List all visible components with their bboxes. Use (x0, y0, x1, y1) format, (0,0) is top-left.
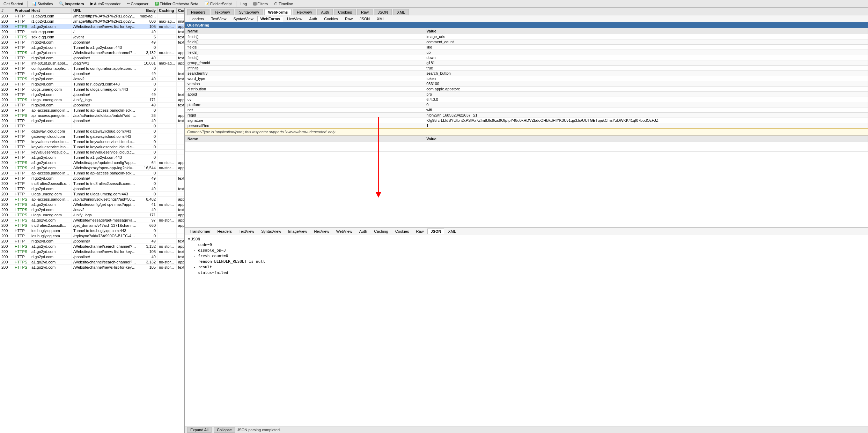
traffic-row[interactable]: 200 HTTPS a1.go2yd.com /Website/channel/… (0, 50, 184, 55)
traffic-row[interactable]: 200 HTTPS api-access.pangolin... /api/ad… (0, 197, 184, 202)
inspector-tab-cookies[interactable]: Cookies (334, 9, 356, 15)
qs-row[interactable]: personalRec 1 (185, 123, 868, 128)
traffic-row[interactable]: 200 HTTPS ulogs.umeng.com /unify_logs 17… (0, 212, 184, 218)
request-subtab-webforms[interactable]: WebForms (257, 16, 284, 22)
statistics-btn[interactable]: 📊 Statistics (30, 1, 55, 6)
traffic-row[interactable]: 200 HTTP sdk.e.qq.com / 49 text/plain; (0, 29, 184, 35)
traffic-row[interactable]: 200 HTTP ios.bugly.qq.com Tunnel to ios.… (0, 228, 184, 233)
traffic-row[interactable]: 200 HTTP api-access.pangolin-sdk-toutiao… (0, 171, 184, 176)
response-tab-textview[interactable]: TextView (236, 229, 257, 234)
traffic-row[interactable]: 200 HTTPS rl.go2yd.com /ios/v2 49 text/p… (0, 207, 184, 212)
qs-row[interactable]: fields[] like (185, 45, 868, 50)
traffic-row[interactable]: 200 HTTP keyvalueservice.icloud.com.cn T… (0, 139, 184, 144)
traffic-row[interactable]: 200 HTTP rl.go2yd.com /pbonline/ 49 text… (0, 55, 184, 61)
traffic-row[interactable]: 200 HTTP i1.go2yd.com /image/https%3A%2F… (0, 19, 184, 24)
response-tab-auth[interactable]: Auth (356, 229, 370, 234)
response-tab-webview[interactable]: WebView (333, 229, 355, 234)
inspector-tab-auth[interactable]: Auth (317, 9, 333, 15)
traffic-row[interactable]: 200 HTTP ios.bugly.qq.com /rqd/sync?aid=… (0, 233, 184, 239)
response-tab-headers[interactable]: Headers (214, 229, 235, 234)
traffic-row[interactable]: 200 HTTPS a1.go2yd.com /Website/channel/… (0, 260, 184, 265)
inspector-tab-syntaxview[interactable]: SyntaxView (235, 9, 263, 15)
qs-row[interactable]: platform 0 (185, 102, 868, 107)
traffic-row[interactable]: 200 HTTPS a1.go2yd.com /Website/channel/… (0, 24, 184, 29)
traffic-row[interactable]: 200 HTTP rl.go2yd.com /pbonline/ 49 text… (0, 71, 184, 76)
request-subtab-syntaxview[interactable]: SyntaxView (230, 16, 256, 22)
traffic-row[interactable]: 200 HTTPS a1.go2yd.com /Website/message/… (0, 218, 184, 223)
filters-btn[interactable]: ▤ Filters (251, 1, 270, 6)
request-subtab-hexview[interactable]: HexView (284, 16, 305, 22)
json-content[interactable]: ▼ JSON - code=0- disable_op=3- fresh_cou… (185, 235, 868, 433)
response-tab-transformer[interactable]: Transformer (186, 229, 214, 234)
composer-btn[interactable]: ✏ Composer (125, 1, 150, 6)
response-tab-caching[interactable]: Caching (371, 229, 391, 234)
traffic-list[interactable]: 200 HTTP i1.go2yd.com /image/https%3A%2F… (0, 14, 184, 433)
inspector-tab-xml[interactable]: XML (393, 9, 409, 15)
qs-row[interactable]: distribution com.apple.appstore (185, 87, 868, 92)
qs-row[interactable]: fields[] down (185, 55, 868, 60)
request-subtab-raw[interactable]: Raw (342, 16, 356, 22)
inspector-tab-webforms[interactable]: WebForms (264, 9, 292, 15)
inspector-tab-hexview[interactable]: HexView (293, 9, 316, 15)
collapse-btn[interactable]: Collapse (214, 427, 235, 433)
request-subtab-cookies[interactable]: Cookies (321, 16, 341, 22)
response-tab-imageview[interactable]: ImageView (285, 229, 310, 234)
json-collapse-icon[interactable]: ▼ (188, 237, 190, 242)
traffic-row[interactable]: 200 HTTP keyvalueservice.icloud.com.cn T… (0, 150, 184, 155)
response-tab-xml[interactable]: XML (445, 229, 459, 234)
qs-row[interactable]: appid pro (185, 92, 868, 97)
inspector-tab-json[interactable]: JSON (374, 9, 392, 15)
querystring-table-scroll[interactable]: Name Value fields[] image_urls fields[] … (185, 28, 868, 128)
qs-row[interactable]: fields[] comment_count (185, 39, 868, 45)
traffic-row[interactable]: 200 HTTPS a1.go2yd.com /Website/channel/… (0, 249, 184, 254)
response-tab-hexview[interactable]: HexView (311, 229, 332, 234)
traffic-row[interactable]: 200 HTTPS api-access.pangolin... /api/ad… (0, 113, 184, 118)
traffic-row[interactable]: 200 HTTPS ulogs.umeng.com /unify_logs 17… (0, 97, 184, 103)
traffic-row[interactable]: 200 HTTP rl.go2yd.com /pbonline/ 49 text… (0, 118, 184, 124)
traffic-row[interactable]: 200 HTTP rl.go2yd.com /pbonline/ 49 text… (0, 186, 184, 192)
traffic-row[interactable]: 200 HTTP a1.go2yd.com Tunnel to a1.go2yd… (0, 155, 184, 160)
inspector-tab-raw[interactable]: Raw (357, 9, 373, 15)
traffic-row[interactable]: 200 HTTP rl.go2yd.com /pbonline/ 49 text… (0, 92, 184, 97)
traffic-row[interactable]: 200 HTTP configuration.apple.com Tunnel … (0, 66, 184, 71)
traffic-row[interactable]: 200 HTTPS a1.go2yd.com /Website/config/g… (0, 202, 184, 207)
request-subtab-headers[interactable]: Headers (186, 16, 207, 22)
qs-row[interactable]: searchentry search_button (185, 71, 868, 76)
qs-row[interactable]: cv 6.4.0.0 (185, 97, 868, 102)
fiddler-orchestra-btn[interactable]: F Fiddler Orchestra Beta (153, 1, 200, 6)
traffic-row[interactable]: 200 HTTP rl.go2yd.com /pbonline/ 49 text… (0, 176, 184, 181)
response-tab-syntaxview[interactable]: SyntaxView (258, 229, 284, 234)
qs-row[interactable]: group_fromid g181 (185, 60, 868, 66)
traffic-row[interactable]: 200 HTTP gateway.icloud.com Tunnel to ga… (0, 129, 184, 134)
traffic-row[interactable]: 200 HTTPS a1.go2yd.com /Website/appx/upd… (0, 160, 184, 165)
traffic-row[interactable]: 200 HTTP api-access.pangolin-sdk-toutiao… (0, 108, 184, 113)
traffic-row[interactable]: 200 HTTP gateway.icloud.com Tunnel to ga… (0, 134, 184, 139)
fiddler-script-btn[interactable]: 📝 FiddlerScript (203, 1, 234, 6)
qs-row[interactable]: fields[] image_urls (185, 34, 868, 39)
expand-all-btn[interactable]: Expand All (187, 427, 212, 433)
traffic-row[interactable]: 200 HTTP i1.go2yd.com /image/https%3A%2F… (0, 14, 184, 19)
traffic-row[interactable]: 200 HTTPS tnc3-aliec2.snssdk... /get_dom… (0, 223, 184, 228)
traffic-row[interactable]: 200 HTTP 0 (0, 124, 184, 129)
qs-row[interactable]: net wifi (185, 107, 868, 113)
traffic-row[interactable]: 200 HTTP rl.go2yd.com /pbonline/ 49 text… (0, 103, 184, 108)
request-subtab-textview[interactable]: TextView (208, 16, 230, 22)
inspector-tab-headers[interactable]: Headers (187, 9, 209, 15)
traffic-row[interactable]: 200 HTTPS a1.go2yd.com /Website/proxy/op… (0, 165, 184, 171)
get-started-btn[interactable]: Get Started (1, 1, 25, 6)
traffic-row[interactable]: 200 HTTP keyvalueservice.icloud.com.cn T… (0, 144, 184, 150)
inspector-tab-textview[interactable]: TextView (211, 9, 234, 15)
traffic-row[interactable]: 200 HTTP rl.go2yd.com Tunnel to rl.go2yd… (0, 82, 184, 87)
qs-row[interactable]: reqid njbh2wlr_1685328422637_S1 (185, 113, 868, 118)
traffic-row[interactable]: 200 HTTP rl.go2yd.com /pbonline/ 49 text… (0, 40, 184, 45)
qs-row[interactable]: infinite true (185, 66, 868, 71)
traffic-row[interactable]: 200 HTTP ulogs.umeng.com Tunnel to ulogs… (0, 192, 184, 197)
traffic-row[interactable]: 200 HTTPS a1.go2yd.com /Website/channel/… (0, 244, 184, 249)
qs-row[interactable]: fields[] up (185, 50, 868, 55)
request-subtab-xml[interactable]: XML (374, 16, 388, 22)
request-subtab-json[interactable]: JSON (356, 16, 373, 22)
autoresponder-btn[interactable]: ▶ AutoResponder (88, 1, 123, 6)
qs-row[interactable]: word_type token (185, 76, 868, 81)
qs-row[interactable]: version 033100 (185, 81, 868, 87)
traffic-row[interactable]: 200 HTTP rl.go2yd.com /pbonline/ 49 text… (0, 239, 184, 244)
